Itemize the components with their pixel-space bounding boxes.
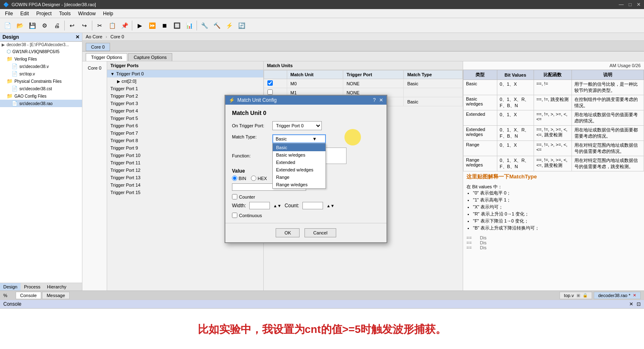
dialog-body: Match Unit 0 On Trigger Port: Trigger Po… (225, 105, 386, 223)
dialog-help-btn[interactable]: ? (373, 97, 376, 103)
radio-bin-label[interactable]: BIN (232, 176, 246, 181)
match-unit-dialog: ⚡ Match Unit Config ? ✕ Match Unit 0 On … (225, 95, 387, 243)
radio-hex[interactable] (251, 176, 256, 181)
counter-row: Width: 2 ▲▼ Count: 2 ▲▼ (232, 202, 380, 209)
counter-section: Counter Width: 2 ▲▼ Count: 2 ▲▼ (232, 194, 380, 209)
continuous-checkbox[interactable] (232, 213, 237, 218)
counter-label[interactable]: Counter (232, 194, 380, 199)
match-type-label: Match Type: (232, 134, 269, 139)
dropdown-arrow: ▼ (312, 136, 317, 141)
dialog-footer: OK Cancel (225, 223, 386, 242)
option-extended[interactable]: Extended (273, 159, 326, 166)
trigger-port-row: On Trigger Port: Trigger Port 0 (232, 121, 380, 130)
cancel-button[interactable]: Cancel (304, 228, 336, 237)
counter-checkbox[interactable] (232, 194, 237, 199)
radio-bin[interactable] (232, 176, 237, 181)
dialog-title-text: Match Unit Config (237, 97, 276, 103)
width-input[interactable]: 2 (249, 202, 270, 209)
option-range[interactable]: Range (273, 173, 326, 181)
radio-hex-label[interactable]: HEX (251, 176, 267, 181)
dialog-overlay: ⚡ Match Unit Config ? ✕ Match Unit 0 On … (0, 0, 644, 349)
match-type-dropdown-btn[interactable]: Basic ▼ (272, 134, 326, 143)
trigger-port-label: On Trigger Port: (232, 123, 269, 128)
dialog-icon: ⚡ (229, 97, 235, 103)
option-range-wedges[interactable]: Range w/edges (273, 181, 326, 188)
option-basic-wedges[interactable]: Basic w/edges (273, 151, 326, 159)
dialog-unit-title: Match Unit 0 (232, 110, 380, 116)
continuous-section: Continuous (232, 213, 380, 218)
match-type-dropdown-container: Basic ▼ Basic Basic w/edges Extended Ext… (272, 134, 326, 143)
dialog-close-btn[interactable]: ✕ (379, 97, 383, 103)
trigger-port-select[interactable]: Trigger Port 0 (272, 121, 322, 130)
match-type-selected: Basic (276, 136, 287, 141)
width-label: Width: (232, 203, 246, 208)
continuous-label[interactable]: Continuous (232, 213, 380, 218)
function-label: Function: (232, 153, 269, 158)
width-spinner-up[interactable]: ▲▼ (273, 204, 281, 208)
option-basic[interactable]: Basic (273, 144, 326, 151)
count-spinner[interactable]: ▲▼ (326, 204, 335, 208)
count-label: Count: (285, 203, 299, 208)
option-extended-wedges[interactable]: Extended w/edges (273, 166, 326, 173)
match-type-row: Match Type: Basic ▼ Basic Basic w/edges … (232, 134, 380, 143)
count-input[interactable]: 2 (302, 202, 323, 209)
match-type-menu: Basic Basic w/edges Extended Extended w/… (272, 143, 326, 189)
dialog-titlebar: ⚡ Match Unit Config ? ✕ (225, 96, 386, 105)
ok-button[interactable]: OK (276, 228, 300, 237)
